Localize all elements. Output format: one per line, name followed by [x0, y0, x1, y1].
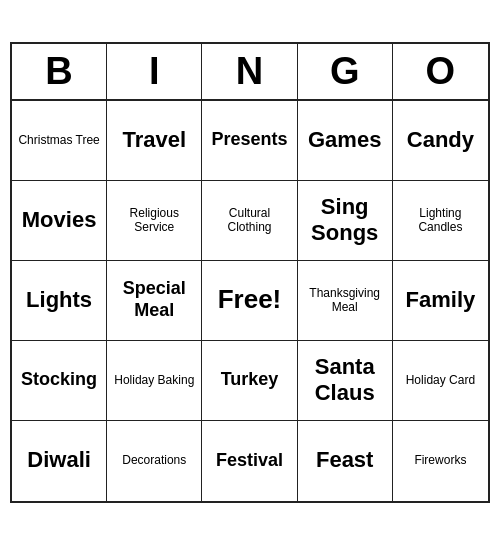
- bingo-cell: Fireworks: [393, 421, 488, 501]
- bingo-cell: Decorations: [107, 421, 202, 501]
- bingo-cell: Travel: [107, 101, 202, 181]
- bingo-cell: Holiday Card: [393, 341, 488, 421]
- bingo-cell: Holiday Baking: [107, 341, 202, 421]
- bingo-cell: Lights: [12, 261, 107, 341]
- bingo-header: BINGO: [12, 44, 488, 101]
- bingo-cell: Movies: [12, 181, 107, 261]
- bingo-cell: Sing Songs: [298, 181, 393, 261]
- bingo-grid: Christmas TreeTravelPresentsGamesCandyMo…: [12, 101, 488, 501]
- bingo-cell: Free!: [202, 261, 297, 341]
- bingo-cell: Lighting Candles: [393, 181, 488, 261]
- bingo-cell: Presents: [202, 101, 297, 181]
- header-letter: O: [393, 44, 488, 99]
- bingo-cell: Thanksgiving Meal: [298, 261, 393, 341]
- bingo-cell: Festival: [202, 421, 297, 501]
- bingo-cell: Turkey: [202, 341, 297, 421]
- header-letter: B: [12, 44, 107, 99]
- bingo-cell: Special Meal: [107, 261, 202, 341]
- bingo-cell: Games: [298, 101, 393, 181]
- bingo-card: BINGO Christmas TreeTravelPresentsGamesC…: [10, 42, 490, 503]
- bingo-cell: Christmas Tree: [12, 101, 107, 181]
- bingo-cell: Stocking: [12, 341, 107, 421]
- bingo-cell: Santa Claus: [298, 341, 393, 421]
- header-letter: N: [202, 44, 297, 99]
- bingo-cell: Diwali: [12, 421, 107, 501]
- header-letter: G: [298, 44, 393, 99]
- bingo-cell: Family: [393, 261, 488, 341]
- bingo-cell: Religious Service: [107, 181, 202, 261]
- bingo-cell: Candy: [393, 101, 488, 181]
- bingo-cell: Feast: [298, 421, 393, 501]
- bingo-cell: Cultural Clothing: [202, 181, 297, 261]
- header-letter: I: [107, 44, 202, 99]
